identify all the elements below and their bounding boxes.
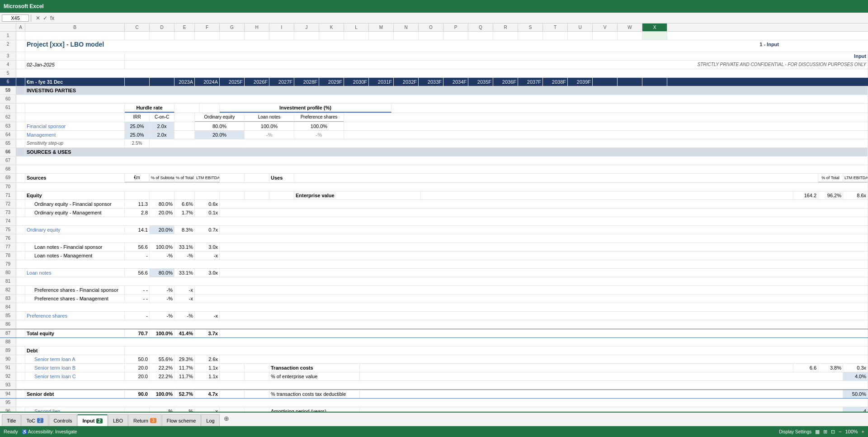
col-header-P[interactable]: P (443, 24, 468, 31)
cell-D1[interactable] (150, 32, 175, 40)
ln-fs-pct-sub[interactable]: 100.0% (150, 243, 175, 251)
formula-input[interactable] (59, 15, 866, 21)
grid-body[interactable]: 1 2 (0, 32, 868, 412)
cell-A3[interactable] (16, 52, 25, 60)
spreadsheet-title[interactable]: Project [xxx] - LBO model (25, 40, 297, 52)
cell-68[interactable] (16, 165, 868, 173)
cell-5[interactable] (16, 69, 868, 77)
ln-fs-ltm[interactable]: 3.0x (195, 243, 220, 251)
stla-label[interactable]: Senior term loan A (25, 355, 125, 363)
cell-A1[interactable] (16, 32, 25, 40)
cell-rest-63[interactable] (344, 122, 868, 130)
te-pct-sub[interactable]: 100.0% (150, 329, 175, 337)
cell-Q2[interactable] (640, 40, 665, 52)
cell-A89[interactable] (16, 347, 25, 355)
cell-rest-85[interactable] (220, 312, 868, 320)
cell-84[interactable] (16, 303, 868, 311)
sens-irr[interactable]: 2.5% (125, 139, 150, 147)
tab-log[interactable]: Log (201, 414, 219, 426)
ln-fs-pct-tot[interactable]: 33.1% (175, 243, 195, 251)
ln-mgmt-pct-tot[interactable]: -% (175, 252, 195, 260)
cell-G71[interactable] (220, 191, 245, 200)
mgmt-ps[interactable]: -% (294, 131, 344, 139)
cell-A61[interactable] (16, 104, 25, 113)
page-layout-icon[interactable]: ⊞ (823, 429, 827, 435)
cell-rest-75[interactable] (220, 226, 868, 234)
cell-E71[interactable] (175, 191, 195, 200)
sl-pct-sub[interactable]: -% (150, 407, 175, 412)
display-settings[interactable]: Display Settings (779, 429, 811, 434)
cell-A64[interactable] (16, 131, 25, 139)
cell-J1[interactable] (294, 32, 319, 40)
cell-A92[interactable] (16, 372, 25, 380)
cell-T1[interactable] (543, 32, 568, 40)
cell-76[interactable] (16, 234, 868, 242)
sd-pct-sub[interactable]: 100.0% (150, 390, 175, 398)
col-header-S[interactable]: S (518, 24, 543, 31)
sl-ltm[interactable]: -x (195, 407, 220, 412)
col-header-M[interactable]: M (369, 24, 394, 31)
cell-V1[interactable] (593, 32, 618, 40)
col-header-G[interactable]: G (220, 24, 245, 31)
cell-G96[interactable] (220, 407, 245, 412)
cell-A6[interactable] (16, 78, 25, 86)
pct-ev-val[interactable]: 4.0% (843, 372, 868, 380)
cell-A78[interactable] (16, 252, 25, 260)
fs-ps[interactable]: 100.0% (294, 122, 344, 130)
cell-R2[interactable] (665, 40, 690, 52)
col-header-T[interactable]: T (543, 24, 568, 31)
cell-rest-91[interactable] (360, 364, 793, 372)
cell-R1[interactable] (493, 32, 518, 40)
cell-D2[interactable] (321, 40, 346, 52)
cell-A90[interactable] (16, 355, 25, 363)
oe-fs-pct-tot[interactable]: 6.6% (175, 200, 195, 208)
cell-A66[interactable] (16, 148, 25, 156)
tab-controls[interactable]: Controls (49, 414, 77, 426)
cell-B1[interactable] (25, 32, 125, 40)
stlb-pct-sub[interactable]: 22.2% (150, 364, 175, 372)
cancel-icon[interactable]: ✕ (36, 15, 40, 21)
oe-mgmt-pct-tot[interactable]: 1.7% (175, 209, 195, 217)
cell-86[interactable] (16, 320, 868, 328)
cell-rest-71[interactable] (421, 191, 793, 200)
cell-rest-78[interactable] (220, 252, 868, 260)
col-header-I[interactable]: I (269, 24, 294, 31)
cell-rest-83[interactable] (195, 294, 868, 303)
second-lien-label[interactable]: Second lien (25, 407, 125, 412)
col-header-C[interactable]: C (125, 24, 150, 31)
oe-mgmt-pct-sub[interactable]: 20.0% (150, 209, 175, 217)
col-header-X[interactable]: X (642, 24, 667, 31)
cell-O2[interactable] (590, 40, 615, 52)
cell-A96[interactable] (16, 407, 25, 412)
cell-reference[interactable] (2, 14, 29, 22)
oe-total-pct-sub[interactable]: 20.0% (150, 226, 175, 234)
ps-fs-val[interactable]: - - (125, 286, 150, 294)
cell-rest-82[interactable] (195, 286, 868, 294)
stlc-ltm[interactable]: 1.1x (195, 372, 220, 380)
oe-mgmt-ltm[interactable]: 0.1x (195, 209, 220, 217)
oe-total-label[interactable]: Ordinary equity (25, 226, 125, 234)
cell-A71[interactable] (16, 191, 25, 200)
mgmt-irr[interactable]: 25.0% (125, 131, 150, 139)
ln-mgmt-ltm[interactable]: -x (195, 252, 220, 260)
cell-V6[interactable] (593, 78, 618, 86)
stlb-val[interactable]: 20.0 (125, 364, 150, 372)
stlb-label[interactable]: Senior term loan B (25, 364, 125, 372)
ps-fs-pct[interactable]: -% (150, 286, 175, 294)
cell-F2[interactable] (367, 40, 392, 52)
stla-val[interactable]: 50.0 (125, 355, 150, 363)
cell-E63[interactable] (175, 122, 195, 130)
cell-N2[interactable] (566, 40, 590, 52)
cell-A77[interactable] (16, 243, 25, 251)
cell-H94[interactable] (245, 390, 269, 398)
cell-A69[interactable] (16, 174, 25, 182)
amort-val[interactable]: 4 (843, 407, 868, 412)
cell-88[interactable] (16, 338, 868, 346)
ln-total-val[interactable]: 56.6 (125, 269, 150, 277)
tab-title[interactable]: Title (2, 414, 21, 426)
stla-ltm[interactable]: 2.6x (195, 355, 220, 363)
cell-67[interactable] (16, 157, 868, 165)
cell-B62[interactable] (25, 113, 125, 122)
cell-rest-87[interactable] (220, 329, 868, 337)
cell-93[interactable] (16, 381, 868, 389)
